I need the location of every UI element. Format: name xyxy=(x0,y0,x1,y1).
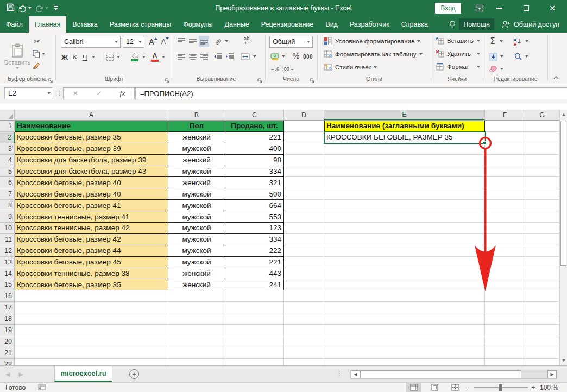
cell-f6[interactable] xyxy=(485,177,525,188)
cell-d3[interactable] xyxy=(284,143,324,155)
cell-f13[interactable] xyxy=(485,257,525,268)
ribbon-display-options-icon[interactable] xyxy=(470,0,489,16)
cell-e2[interactable]: КРОССОВКИ БЕГОВЫЕ, РАЗМЕР 35 xyxy=(324,132,485,143)
row-header-21[interactable]: 21 xyxy=(0,347,15,359)
format-as-table-button[interactable]: Форматировать как таблицу xyxy=(324,50,423,59)
font-color-dropdown-icon[interactable] xyxy=(160,51,166,63)
row-header-13[interactable]: 13 xyxy=(0,257,15,268)
conditional-formatting-button[interactable]: Условное форматирование xyxy=(324,37,420,46)
cell-d12[interactable] xyxy=(284,245,324,257)
cell-f10[interactable] xyxy=(485,223,525,234)
cell-e9[interactable] xyxy=(324,211,485,223)
cell-e18[interactable] xyxy=(324,313,485,325)
cell-g20[interactable] xyxy=(525,336,559,347)
cell-e7[interactable] xyxy=(324,188,485,200)
cell-f16[interactable] xyxy=(485,290,525,302)
ribbon-tab-insert[interactable]: Вставка xyxy=(66,16,103,33)
cell-e14[interactable] xyxy=(324,268,485,280)
cell-d22[interactable] xyxy=(284,359,324,365)
cell-a18[interactable] xyxy=(15,313,168,325)
enter-icon[interactable]: ✓ xyxy=(96,90,102,97)
cell-a4[interactable]: Кроссовки для баскетбола, размер 39 xyxy=(15,155,168,166)
cell-g1[interactable] xyxy=(525,121,559,132)
cell-e10[interactable] xyxy=(324,223,485,234)
cell-c11[interactable]: 334 xyxy=(225,234,284,245)
row-header-10[interactable]: 10 xyxy=(0,223,15,234)
cell-d4[interactable] xyxy=(284,155,324,166)
cell-a10[interactable]: Кроссовки теннисные, размер 42 xyxy=(15,223,168,234)
cell-d10[interactable] xyxy=(284,223,324,234)
cell-c8[interactable]: 664 xyxy=(225,200,284,211)
format-cells-button[interactable]: Формат xyxy=(436,63,480,71)
row-header-9[interactable]: 9 xyxy=(0,211,15,223)
ribbon-tab-file[interactable]: Файл xyxy=(0,16,29,33)
clipboard-dialog-launcher-icon[interactable] xyxy=(48,76,53,81)
cell-f14[interactable] xyxy=(485,268,525,280)
cell-c4[interactable]: 98 xyxy=(225,155,284,166)
column-header-f[interactable]: F xyxy=(485,110,525,120)
row-header-18[interactable]: 18 xyxy=(0,313,15,325)
autosum-button[interactable]: Σ xyxy=(488,36,497,47)
cell-g3[interactable] xyxy=(525,143,559,155)
cell-f9[interactable] xyxy=(485,211,525,223)
cell-e12[interactable] xyxy=(324,245,485,257)
namebox-splitter[interactable]: ⋮ xyxy=(56,90,62,97)
cell-g11[interactable] xyxy=(525,234,559,245)
fill-color-button[interactable] xyxy=(129,51,140,63)
sign-in-button[interactable]: Вход xyxy=(435,3,461,14)
format-painter-icon[interactable] xyxy=(32,61,42,71)
view-page-break-button[interactable] xyxy=(448,383,463,392)
cell-a3[interactable]: Кроссовки беговые, размер 39 xyxy=(15,143,168,155)
cell-e1[interactable]: Наименование (заглавными буквами) xyxy=(324,121,485,132)
cell-g4[interactable] xyxy=(525,155,559,166)
cell-b4[interactable]: женский xyxy=(168,155,225,166)
cell-a6[interactable]: Кроссовки беговые, размер 40 xyxy=(15,177,168,188)
cell-g15[interactable] xyxy=(525,279,559,290)
fill-handle[interactable] xyxy=(483,141,487,145)
sort-filter-button[interactable]: АЯ xyxy=(513,36,524,47)
cell-f20[interactable] xyxy=(485,336,525,347)
scroll-up-icon[interactable]: ▲ xyxy=(560,110,567,119)
zoom-out-icon[interactable]: − xyxy=(465,383,469,392)
align-left-button[interactable] xyxy=(176,51,186,62)
cell-a15[interactable]: Кроссовки беговые, размер 35 xyxy=(15,279,168,290)
ribbon-tab-view[interactable]: Вид xyxy=(319,16,344,33)
clear-dropdown-icon[interactable] xyxy=(499,64,505,74)
ribbon-tab-review[interactable]: Рецензирование xyxy=(255,16,320,33)
scroll-right-icon[interactable]: ▶ xyxy=(547,370,557,378)
sheet-next-icon[interactable]: ▶ xyxy=(18,371,23,378)
cell-c2[interactable]: 221 xyxy=(225,132,284,143)
cell-styles-button[interactable]: Стили ячеек xyxy=(324,63,377,72)
close-button[interactable]: ✕ xyxy=(543,0,562,16)
insert-cells-button[interactable]: Вставить xyxy=(436,37,480,45)
maximize-button[interactable] xyxy=(517,0,536,16)
cell-e17[interactable] xyxy=(324,302,485,313)
number-dialog-launcher-icon[interactable] xyxy=(310,76,315,81)
cell-c18[interactable] xyxy=(225,313,284,325)
cell-f11[interactable] xyxy=(485,234,525,245)
clear-button[interactable] xyxy=(488,64,499,74)
fill-color-dropdown-icon[interactable] xyxy=(141,51,147,63)
cell-g13[interactable] xyxy=(525,257,559,268)
align-right-button[interactable] xyxy=(199,51,209,62)
cell-e5[interactable] xyxy=(324,166,485,178)
cell-b17[interactable] xyxy=(168,302,225,313)
tell-me-search[interactable]: Помощн xyxy=(459,18,494,30)
row-header-14[interactable]: 14 xyxy=(0,268,15,280)
cell-b15[interactable]: женский xyxy=(168,279,225,290)
row-header-17[interactable]: 17 xyxy=(0,302,15,313)
cell-d5[interactable] xyxy=(284,166,324,178)
cell-b13[interactable]: мужской xyxy=(168,257,225,268)
row-header-8[interactable]: 8 xyxy=(0,200,15,211)
cell-a17[interactable] xyxy=(15,302,168,313)
cell-c5[interactable]: 334 xyxy=(225,166,284,178)
ribbon-tab-home[interactable]: Главная xyxy=(29,16,67,33)
cell-c6[interactable]: 321 xyxy=(225,177,284,188)
cell-a11[interactable]: Кроссовки беговые, размер 42 xyxy=(15,234,168,245)
italic-button[interactable]: К xyxy=(71,51,79,63)
cell-e15[interactable] xyxy=(324,279,485,290)
row-header-20[interactable]: 20 xyxy=(0,336,15,347)
cell-a14[interactable]: Кроссовки теннисные, размер 38 xyxy=(15,268,168,280)
row-header-2[interactable]: 2 xyxy=(0,132,15,143)
horizontal-scrollbar[interactable]: ◀ ▶ xyxy=(350,370,557,379)
